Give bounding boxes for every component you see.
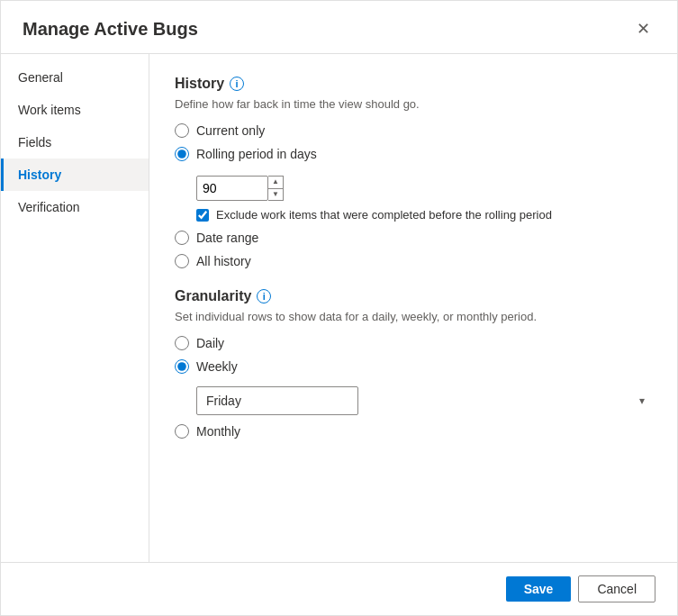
granularity-section-title: Granularity i: [175, 288, 652, 304]
spinner-buttons: ▲ ▼: [268, 176, 284, 201]
day-select[interactable]: Sunday Monday Tuesday Wednesday Thursday…: [196, 386, 358, 415]
spinner-down-button[interactable]: ▼: [268, 189, 283, 201]
sidebar-item-work-items[interactable]: Work items: [1, 94, 149, 126]
radio-rolling-period-input[interactable]: [175, 147, 189, 161]
sidebar-item-verification[interactable]: Verification: [1, 191, 149, 223]
rolling-days-input[interactable]: [196, 176, 268, 201]
radio-daily[interactable]: Daily: [175, 336, 652, 350]
granularity-radio-group: Daily Weekly Sunday Monday Tuesday Wed: [175, 336, 652, 439]
radio-weekly[interactable]: Weekly: [175, 359, 652, 374]
close-button[interactable]: ✕: [631, 15, 655, 42]
granularity-info-icon[interactable]: i: [257, 289, 271, 303]
save-button[interactable]: Save: [506, 576, 572, 602]
granularity-description: Set individual rows to show data for a d…: [175, 310, 652, 323]
history-radio-group: Current only Rolling period in days ▲: [175, 123, 652, 268]
radio-all-history-input[interactable]: [175, 254, 189, 268]
sidebar-item-history[interactable]: History: [1, 159, 149, 191]
exclude-checkbox-input[interactable]: [196, 209, 209, 222]
manage-active-bugs-dialog: Manage Active Bugs ✕ General Work items …: [0, 0, 678, 616]
radio-daily-input[interactable]: [175, 336, 189, 350]
sidebar: General Work items Fields History Verifi…: [1, 54, 149, 562]
radio-current-only[interactable]: Current only: [175, 123, 652, 138]
radio-all-history[interactable]: All history: [175, 254, 652, 268]
rolling-days-input-wrap: ▲ ▼: [196, 176, 652, 201]
history-section: History i Define how far back in time th…: [175, 76, 652, 268]
spinner-up-button[interactable]: ▲: [268, 177, 283, 189]
cancel-button[interactable]: Cancel: [578, 575, 655, 602]
history-description: Define how far back in time the view sho…: [175, 97, 652, 111]
history-info-icon[interactable]: i: [230, 77, 244, 91]
dialog-header: Manage Active Bugs ✕: [1, 1, 677, 54]
radio-date-range[interactable]: Date range: [175, 231, 652, 245]
radio-monthly-input[interactable]: [175, 424, 189, 439]
radio-monthly[interactable]: Monthly: [175, 424, 652, 439]
sidebar-item-general[interactable]: General: [1, 61, 149, 94]
radio-weekly-input[interactable]: [175, 359, 189, 374]
day-select-wrap: Sunday Monday Tuesday Wednesday Thursday…: [196, 386, 652, 415]
radio-rolling-period[interactable]: Rolling period in days: [175, 147, 652, 161]
sidebar-item-fields[interactable]: Fields: [1, 126, 149, 159]
main-content: History i Define how far back in time th…: [149, 54, 677, 562]
rolling-period-sub-options: ▲ ▼ Exclude work items that were complet…: [196, 176, 652, 222]
radio-date-range-input[interactable]: [175, 231, 189, 245]
granularity-section: Granularity i Set individual rows to sho…: [175, 288, 652, 439]
dialog-title: Manage Active Bugs: [23, 19, 198, 40]
select-arrow-icon: ▾: [639, 394, 645, 407]
dialog-footer: Save Cancel: [1, 562, 677, 615]
history-section-title: History i: [175, 76, 652, 92]
radio-current-only-input[interactable]: [175, 123, 189, 138]
dialog-body: General Work items Fields History Verifi…: [1, 54, 677, 562]
exclude-checkbox-option[interactable]: Exclude work items that were completed b…: [196, 208, 652, 222]
